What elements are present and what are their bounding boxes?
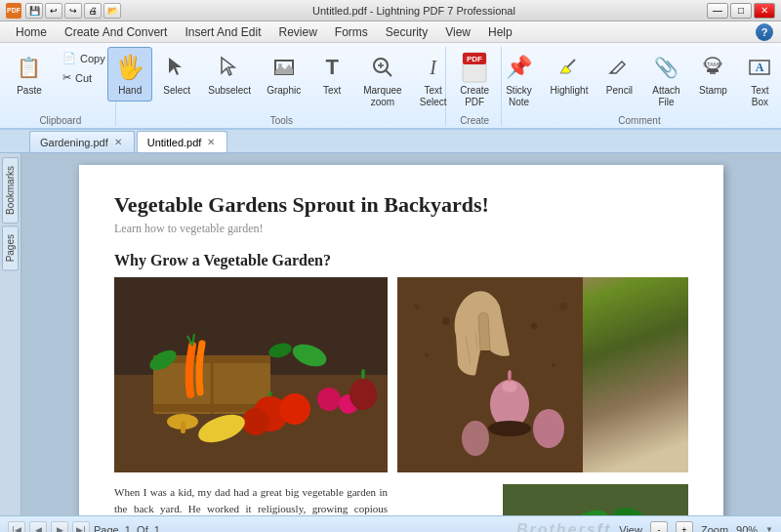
tab-untitled-close[interactable]: ✕ (205, 137, 217, 148)
zoom-out-button[interactable]: - (650, 521, 668, 533)
menu-help[interactable]: Help (480, 23, 520, 41)
select-label: Select (163, 85, 190, 97)
pdf-body-text: When I was a kid, my dad had a great big… (114, 484, 388, 515)
maximize-button[interactable]: □ (730, 3, 752, 19)
create-pdf-icon: PDF (459, 52, 490, 83)
hand-label: Hand (118, 85, 142, 97)
svg-line-9 (567, 60, 575, 67)
marquee-zoom-label: Marqueezoom (363, 85, 401, 108)
document-tabs: Gardening.pdf ✕ Untitled.pdf ✕ (0, 130, 781, 153)
svg-text:STAMP: STAMP (703, 61, 722, 67)
text-label: Text (323, 85, 341, 97)
view-label: View (619, 524, 642, 533)
document-area[interactable]: Vegetable Gardens Sprout in Backyards! L… (21, 153, 781, 515)
create-pdf-label: CreatePDF (460, 85, 489, 108)
pdf-image-vegetables (114, 277, 388, 472)
subselect-tool-button[interactable]: Subselect (201, 47, 258, 102)
undo-btn[interactable]: ↩ (45, 3, 62, 19)
svg-point-25 (279, 393, 310, 425)
comment-tools: 📌 StickyNote Highlight Pencil 📎 (497, 47, 781, 113)
pages-tab[interactable]: Pages (2, 225, 19, 270)
graphic-tool-button[interactable]: Graphic (260, 47, 308, 102)
svg-point-42 (425, 353, 429, 357)
tab-gardening-close[interactable]: ✕ (112, 137, 124, 148)
select-tool-button[interactable]: Select (154, 47, 199, 102)
highlight-button[interactable]: Highlight (544, 47, 596, 102)
svg-line-3 (386, 70, 391, 76)
last-page-button[interactable]: ▶| (72, 521, 90, 533)
svg-point-26 (242, 408, 269, 435)
pencil-button[interactable]: Pencil (596, 47, 641, 102)
status-bar: |◀ ◀ ▶ ▶| Page 1 Of 1 Brothersft View - … (0, 515, 781, 532)
create-label: Create (460, 113, 489, 126)
text-box-label: TextBox (751, 85, 768, 108)
menu-review[interactable]: Review (270, 23, 324, 41)
stamp-button[interactable]: STAMP Stamp (690, 47, 735, 102)
svg-rect-34 (181, 422, 185, 433)
cut-button[interactable]: ✂ Cut (58, 68, 110, 87)
copy-label: Copy (80, 53, 105, 64)
text-box-button[interactable]: A TextBox (737, 47, 781, 113)
sticky-note-button[interactable]: 📌 StickyNote (497, 47, 542, 113)
svg-rect-12 (707, 69, 719, 72)
subselect-icon (214, 52, 245, 83)
svg-point-51 (488, 421, 531, 436)
text-box-icon: A (744, 52, 775, 83)
copy-cut-group: 📄 Copy ✂ Cut (54, 47, 114, 89)
text-icon: T (316, 52, 348, 83)
hand-tool-button[interactable]: 🖐 Hand (107, 47, 152, 102)
text-tool-button[interactable]: T Text (309, 47, 354, 102)
tab-untitled-label: Untitled.pdf (147, 137, 202, 148)
left-sidebar: Bookmarks Pages (0, 153, 21, 515)
menu-security[interactable]: Security (378, 23, 435, 41)
pdf-bottom-section: When I was a kid, my dad had a great big… (114, 484, 688, 515)
zoom-dropdown-arrow[interactable]: ▼ (765, 525, 773, 532)
create-tools: PDF CreatePDF (452, 47, 497, 113)
svg-point-37 (414, 304, 420, 309)
print-btn[interactable]: 🖨 (84, 3, 102, 19)
minimize-button[interactable]: — (707, 3, 728, 19)
ribbon-group-clipboard: 📋 Paste 📄 Copy ✂ Cut Clipboard (6, 47, 116, 126)
redo-btn[interactable]: ↪ (64, 3, 82, 19)
paste-label: Paste (17, 85, 42, 97)
zoom-in-button[interactable]: + (676, 521, 693, 533)
help-button[interactable]: ? (756, 23, 773, 41)
create-pdf-button[interactable]: PDF CreatePDF (452, 47, 497, 113)
tab-gardening-label: Gardening.pdf (40, 137, 108, 148)
paste-button[interactable]: 📋 Paste (7, 47, 52, 102)
svg-point-48 (502, 381, 517, 392)
open-btn[interactable]: 📂 (103, 3, 121, 19)
marquee-zoom-button[interactable]: Marqueezoom (356, 47, 408, 113)
bookmarks-tab[interactable]: Bookmarks (2, 157, 19, 224)
attach-file-button[interactable]: 📎 AttachFile (643, 47, 688, 113)
menu-create-convert[interactable]: Create And Convert (57, 23, 175, 41)
sticky-note-icon: 📌 (504, 52, 535, 83)
prev-page-button[interactable]: ◀ (29, 521, 47, 533)
menu-home[interactable]: Home (8, 23, 55, 41)
tab-gardening[interactable]: Gardening.pdf ✕ (29, 131, 135, 152)
branding-text: Brothersft (516, 521, 611, 533)
pdf-subtitle: Learn how to vegetable garden! (114, 222, 688, 236)
text-select-icon: I (418, 52, 449, 83)
next-page-button[interactable]: ▶ (51, 521, 68, 533)
page-info: Page 1 Of 1 (94, 524, 160, 533)
close-button[interactable]: ✕ (754, 3, 775, 19)
menu-view[interactable]: View (437, 23, 478, 41)
save-btn[interactable]: 💾 (25, 3, 43, 19)
app-icon: PDF (6, 3, 21, 19)
ribbon-content: 📋 Paste 📄 Copy ✂ Cut Clipboard (0, 43, 781, 128)
pdf-title: Vegetable Gardens Sprout in Backyards! (114, 192, 688, 218)
pencil-icon (603, 52, 635, 83)
clipboard-tools: 📋 Paste 📄 Copy ✂ Cut (7, 47, 114, 113)
graphic-icon (268, 52, 300, 83)
menu-forms[interactable]: Forms (327, 23, 376, 41)
menu-insert-edit[interactable]: Insert And Edit (177, 23, 268, 41)
ribbon-group-comment: 📌 StickyNote Highlight Pencil 📎 (504, 47, 775, 126)
copy-button[interactable]: 📄 Copy (58, 49, 110, 67)
tab-untitled[interactable]: Untitled.pdf ✕ (137, 131, 228, 152)
first-page-button[interactable]: |◀ (8, 521, 25, 533)
pdf-page: Vegetable Gardens Sprout in Backyards! L… (79, 165, 723, 515)
pdf-image-bottom (503, 484, 688, 515)
svg-point-41 (559, 303, 567, 310)
comment-label: Comment (618, 113, 660, 126)
